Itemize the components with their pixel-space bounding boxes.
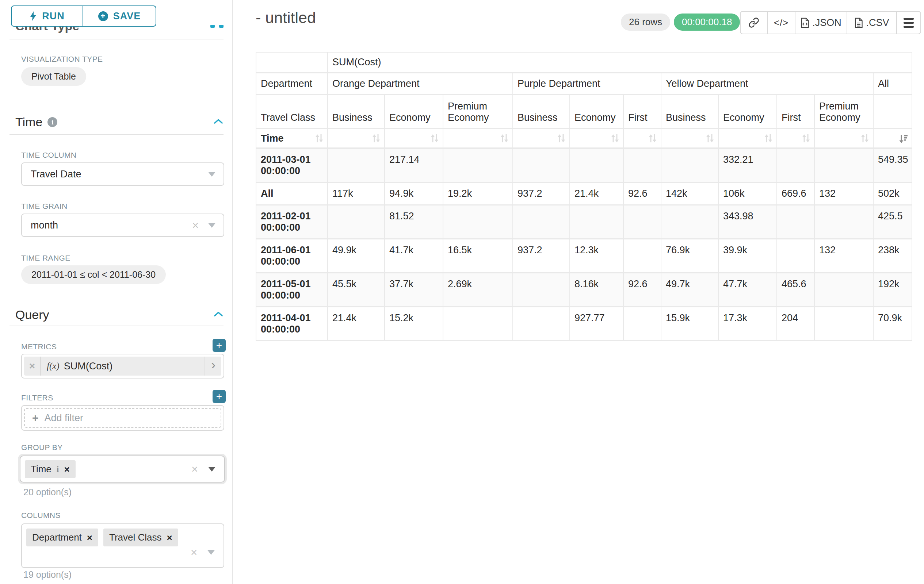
column-sort-header[interactable] <box>328 128 384 148</box>
column-sort-header[interactable] <box>570 128 624 148</box>
table-row: 2011-04-01 00:00:0021.4k15.2k927.7715.9k… <box>256 307 912 341</box>
metric-name: SUM(Cost) <box>64 360 113 372</box>
data-cell: 132 <box>814 239 873 273</box>
columns-chip-department[interactable]: Department × <box>26 528 98 546</box>
caret-down-icon[interactable] <box>208 467 216 472</box>
data-cell: 49.9k <box>328 239 384 273</box>
department-group-cell: Orange Department <box>328 72 513 95</box>
data-cell: 49.7k <box>661 273 718 307</box>
data-cell: 41.7k <box>384 239 443 273</box>
metric-header-cell: SUM(Cost) <box>328 52 912 72</box>
expand-metric-icon[interactable]: › <box>205 357 221 375</box>
time-sort-header[interactable]: Time <box>256 128 328 148</box>
time-grain-select[interactable]: month × <box>21 214 224 237</box>
sort-icon[interactable] <box>372 133 381 143</box>
export-json-button[interactable]: .JSON <box>795 12 846 34</box>
department-group-cell: Purple Department <box>513 72 661 95</box>
sort-icon[interactable] <box>648 133 657 143</box>
clear-icon[interactable]: × <box>191 547 197 558</box>
divider <box>10 134 223 135</box>
metrics-control: × f(x) SUM(Cost) › <box>21 354 224 378</box>
collapse-time-section[interactable] <box>214 118 223 126</box>
remove-chip-icon[interactable]: × <box>87 533 92 542</box>
plus-icon: + <box>32 413 39 423</box>
info-icon[interactable]: i <box>48 117 57 127</box>
explore-view: Chart Type RUN + SAVE VISUALIZATION TYPE… <box>0 0 924 584</box>
pivot-body: 2011-03-01 00:00:00217.14332.21549.35All… <box>256 148 912 341</box>
info-icon[interactable]: i <box>57 464 59 474</box>
all-column-sort-header[interactable] <box>873 128 912 148</box>
time-section-title: Time <box>15 115 42 129</box>
column-sort-header[interactable] <box>443 128 513 148</box>
sort-icon[interactable] <box>706 133 714 143</box>
data-cell: 132 <box>814 183 873 205</box>
embed-code-button[interactable]: </> <box>767 12 795 34</box>
travel-class-cell: Business <box>513 95 570 128</box>
remove-chip-icon[interactable]: × <box>167 533 172 542</box>
metric-chip[interactable]: × f(x) SUM(Cost) › <box>24 357 221 375</box>
data-cell: 332.21 <box>718 148 777 183</box>
caret-down-icon[interactable] <box>208 172 216 177</box>
department-group-cell: All <box>873 72 912 95</box>
columns-select[interactable]: Department × Travel Class × × <box>21 523 224 568</box>
sort-icon[interactable] <box>557 133 566 143</box>
sort-icon[interactable] <box>315 133 323 143</box>
data-cell: 39.9k <box>718 239 777 273</box>
sort-descending-active-icon[interactable] <box>898 133 908 143</box>
visualization-type-pill[interactable]: Pivot Table <box>21 67 86 86</box>
data-cell <box>814 205 873 239</box>
chart-type-heading-clipped: Chart Type <box>15 26 110 36</box>
group-by-select[interactable]: Time i × × <box>20 456 225 482</box>
query-section-header: Query <box>15 308 49 322</box>
row-label-cell: 2011-05-01 00:00:00 <box>256 273 328 307</box>
data-cell <box>570 148 624 183</box>
export-csv-button[interactable]: .CSV <box>846 12 896 34</box>
travel-class-cell: First <box>777 95 814 128</box>
data-cell: 238k <box>873 239 912 273</box>
sort-icon[interactable] <box>610 133 619 143</box>
data-cell: 927.77 <box>570 307 624 341</box>
data-cell: 76.9k <box>661 239 718 273</box>
data-cell <box>443 205 513 239</box>
data-cell <box>328 148 384 183</box>
clear-icon[interactable]: × <box>192 220 199 231</box>
data-cell <box>661 148 718 183</box>
run-button[interactable]: RUN <box>11 5 83 26</box>
add-metric-button[interactable]: + <box>213 339 226 352</box>
sort-icon[interactable] <box>764 133 773 143</box>
sort-icon[interactable] <box>802 133 810 143</box>
column-sort-header[interactable] <box>661 128 718 148</box>
column-sort-header[interactable] <box>513 128 570 148</box>
time-column-select[interactable]: Travel Date <box>21 163 224 186</box>
column-sort-header[interactable] <box>384 128 443 148</box>
copy-link-button[interactable] <box>741 12 767 34</box>
code-icon: </> <box>774 17 789 28</box>
column-sort-header[interactable] <box>718 128 777 148</box>
data-cell: 425.5 <box>873 205 912 239</box>
save-button[interactable]: + SAVE <box>82 5 156 26</box>
caret-down-icon[interactable] <box>208 223 216 228</box>
column-sort-header[interactable] <box>814 128 873 148</box>
chart-title[interactable]: - untitled <box>256 9 316 26</box>
sort-icon[interactable] <box>430 133 439 143</box>
remove-metric-icon[interactable]: × <box>24 357 41 375</box>
sort-icon[interactable] <box>500 133 509 143</box>
column-sort-header[interactable] <box>624 128 661 148</box>
caret-down-icon[interactable] <box>208 550 215 555</box>
column-sort-header[interactable] <box>777 128 814 148</box>
columns-chip-travel-class[interactable]: Travel Class × <box>103 528 178 546</box>
sort-icon[interactable] <box>860 133 869 143</box>
clear-icon[interactable]: × <box>191 464 198 475</box>
time-range-pill[interactable]: 2011-01-01 ≤ col < 2011-06-30 <box>21 265 166 284</box>
table-row: 2011-06-01 00:00:0049.9k41.7k16.5k937.21… <box>256 239 912 273</box>
group-by-chip-time[interactable]: Time i × <box>25 460 76 478</box>
add-filter-plus-button[interactable]: + <box>213 390 226 403</box>
collapse-query-section[interactable] <box>214 311 223 319</box>
data-cell <box>777 239 814 273</box>
add-filter-button[interactable]: + Add filter <box>24 408 221 428</box>
more-options-button[interactable] <box>896 12 920 34</box>
json-file-icon <box>800 18 809 28</box>
remove-chip-icon[interactable]: × <box>64 465 69 474</box>
csv-file-icon <box>854 18 863 28</box>
data-cell: 106k <box>718 183 777 205</box>
